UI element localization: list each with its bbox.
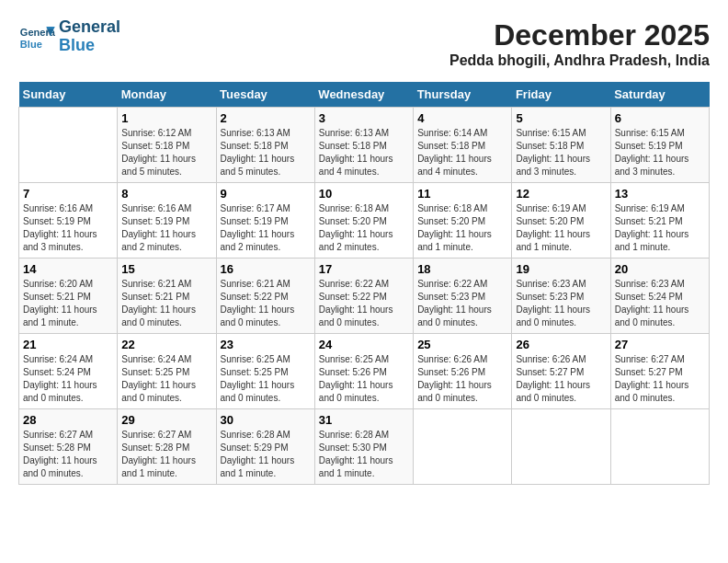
day-number: 20 <box>615 262 705 276</box>
day-number: 24 <box>319 338 409 351</box>
day-cell: 13Sunrise: 6:19 AM Sunset: 5:21 PM Dayli… <box>610 183 709 259</box>
week-row-5: 28Sunrise: 6:27 AM Sunset: 5:28 PM Dayli… <box>19 409 710 485</box>
day-number: 31 <box>319 413 409 427</box>
header-friday: Friday <box>512 82 610 108</box>
day-number: 17 <box>319 262 409 276</box>
day-cell: 30Sunrise: 6:28 AM Sunset: 5:29 PM Dayli… <box>216 409 314 485</box>
day-cell: 20Sunrise: 6:23 AM Sunset: 5:24 PM Dayli… <box>610 259 709 334</box>
day-detail: Sunrise: 6:20 AM Sunset: 5:21 PM Dayligh… <box>23 278 113 329</box>
day-cell: 19Sunrise: 6:23 AM Sunset: 5:23 PM Dayli… <box>512 259 610 334</box>
day-cell: 14Sunrise: 6:20 AM Sunset: 5:21 PM Dayli… <box>19 259 118 334</box>
logo: General Blue General Blue <box>18 18 120 55</box>
day-number: 29 <box>121 413 211 427</box>
day-detail: Sunrise: 6:18 AM Sunset: 5:20 PM Dayligh… <box>417 202 507 254</box>
day-cell: 21Sunrise: 6:24 AM Sunset: 5:24 PM Dayli… <box>19 334 118 409</box>
day-detail: Sunrise: 6:28 AM Sunset: 5:29 PM Dayligh… <box>221 429 311 480</box>
day-cell: 12Sunrise: 6:19 AM Sunset: 5:20 PM Dayli… <box>512 183 610 259</box>
day-cell <box>512 409 610 485</box>
day-detail: Sunrise: 6:19 AM Sunset: 5:20 PM Dayligh… <box>516 202 606 254</box>
day-detail: Sunrise: 6:27 AM Sunset: 5:28 PM Dayligh… <box>121 429 211 480</box>
day-number: 26 <box>516 338 606 351</box>
day-number: 27 <box>615 338 705 351</box>
location-title: Pedda bhogili, Andhra Pradesh, India <box>449 52 710 69</box>
header-wednesday: Wednesday <box>314 82 413 108</box>
logo-text: General Blue <box>59 18 120 55</box>
calendar-table: SundayMondayTuesdayWednesdayThursdayFrid… <box>18 82 710 485</box>
day-detail: Sunrise: 6:12 AM Sunset: 5:18 PM Dayligh… <box>121 127 211 178</box>
day-number: 21 <box>23 338 113 351</box>
week-row-1: 1Sunrise: 6:12 AM Sunset: 5:18 PM Daylig… <box>19 108 710 183</box>
week-row-2: 7Sunrise: 6:16 AM Sunset: 5:19 PM Daylig… <box>19 183 710 259</box>
day-number: 13 <box>615 187 705 201</box>
logo-line2: Blue <box>59 37 120 55</box>
day-detail: Sunrise: 6:16 AM Sunset: 5:19 PM Dayligh… <box>121 202 211 254</box>
day-detail: Sunrise: 6:22 AM Sunset: 5:22 PM Dayligh… <box>319 278 409 329</box>
day-detail: Sunrise: 6:23 AM Sunset: 5:24 PM Dayligh… <box>615 278 705 329</box>
day-number: 10 <box>319 187 409 201</box>
header-sunday: Sunday <box>19 82 118 108</box>
day-detail: Sunrise: 6:13 AM Sunset: 5:18 PM Dayligh… <box>221 127 311 178</box>
day-cell: 22Sunrise: 6:24 AM Sunset: 5:25 PM Dayli… <box>118 334 216 409</box>
day-cell: 25Sunrise: 6:26 AM Sunset: 5:26 PM Dayli… <box>414 334 512 409</box>
day-cell: 24Sunrise: 6:25 AM Sunset: 5:26 PM Dayli… <box>314 334 413 409</box>
day-cell: 3Sunrise: 6:13 AM Sunset: 5:18 PM Daylig… <box>314 108 413 183</box>
day-number: 25 <box>417 338 507 351</box>
day-cell <box>19 108 118 183</box>
week-row-4: 21Sunrise: 6:24 AM Sunset: 5:24 PM Dayli… <box>19 334 710 409</box>
day-detail: Sunrise: 6:23 AM Sunset: 5:23 PM Dayligh… <box>516 278 606 329</box>
day-detail: Sunrise: 6:25 AM Sunset: 5:26 PM Dayligh… <box>319 353 409 405</box>
day-detail: Sunrise: 6:24 AM Sunset: 5:24 PM Dayligh… <box>23 353 113 405</box>
day-number: 15 <box>121 262 211 276</box>
day-cell: 28Sunrise: 6:27 AM Sunset: 5:28 PM Dayli… <box>19 409 118 485</box>
day-detail: Sunrise: 6:15 AM Sunset: 5:18 PM Dayligh… <box>516 127 606 178</box>
day-detail: Sunrise: 6:27 AM Sunset: 5:27 PM Dayligh… <box>615 353 705 405</box>
day-cell: 7Sunrise: 6:16 AM Sunset: 5:19 PM Daylig… <box>19 183 118 259</box>
day-detail: Sunrise: 6:19 AM Sunset: 5:21 PM Dayligh… <box>615 202 705 254</box>
logo-line1: General <box>59 18 120 37</box>
day-number: 1 <box>121 111 211 125</box>
day-number: 19 <box>516 262 606 276</box>
day-cell: 8Sunrise: 6:16 AM Sunset: 5:19 PM Daylig… <box>118 183 216 259</box>
day-cell: 31Sunrise: 6:28 AM Sunset: 5:30 PM Dayli… <box>314 409 413 485</box>
day-number: 6 <box>615 111 705 125</box>
calendar-header-row: SundayMondayTuesdayWednesdayThursdayFrid… <box>19 82 710 108</box>
day-detail: Sunrise: 6:27 AM Sunset: 5:28 PM Dayligh… <box>23 429 113 480</box>
day-detail: Sunrise: 6:26 AM Sunset: 5:27 PM Dayligh… <box>516 353 606 405</box>
day-number: 2 <box>221 111 311 125</box>
day-detail: Sunrise: 6:14 AM Sunset: 5:18 PM Dayligh… <box>417 127 507 178</box>
day-detail: Sunrise: 6:21 AM Sunset: 5:22 PM Dayligh… <box>221 278 311 329</box>
day-number: 22 <box>121 338 211 351</box>
day-cell: 26Sunrise: 6:26 AM Sunset: 5:27 PM Dayli… <box>512 334 610 409</box>
day-number: 9 <box>221 187 311 201</box>
day-cell: 18Sunrise: 6:22 AM Sunset: 5:23 PM Dayli… <box>414 259 512 334</box>
header-saturday: Saturday <box>610 82 709 108</box>
day-cell: 11Sunrise: 6:18 AM Sunset: 5:20 PM Dayli… <box>414 183 512 259</box>
day-detail: Sunrise: 6:22 AM Sunset: 5:23 PM Dayligh… <box>417 278 507 329</box>
day-number: 30 <box>221 413 311 427</box>
day-number: 23 <box>221 338 311 351</box>
day-number: 14 <box>23 262 113 276</box>
day-detail: Sunrise: 6:24 AM Sunset: 5:25 PM Dayligh… <box>121 353 211 405</box>
day-cell: 29Sunrise: 6:27 AM Sunset: 5:28 PM Dayli… <box>118 409 216 485</box>
day-detail: Sunrise: 6:28 AM Sunset: 5:30 PM Dayligh… <box>319 429 409 480</box>
day-number: 3 <box>319 111 409 125</box>
day-cell: 10Sunrise: 6:18 AM Sunset: 5:20 PM Dayli… <box>314 183 413 259</box>
day-number: 4 <box>417 111 507 125</box>
day-number: 11 <box>417 187 507 201</box>
day-number: 16 <box>221 262 311 276</box>
day-number: 12 <box>516 187 606 201</box>
header-tuesday: Tuesday <box>216 82 314 108</box>
day-cell: 4Sunrise: 6:14 AM Sunset: 5:18 PM Daylig… <box>414 108 512 183</box>
logo-icon: General Blue <box>18 23 55 51</box>
week-row-3: 14Sunrise: 6:20 AM Sunset: 5:21 PM Dayli… <box>19 259 710 334</box>
day-detail: Sunrise: 6:26 AM Sunset: 5:26 PM Dayligh… <box>417 353 507 405</box>
day-cell: 6Sunrise: 6:15 AM Sunset: 5:19 PM Daylig… <box>610 108 709 183</box>
day-cell: 9Sunrise: 6:17 AM Sunset: 5:19 PM Daylig… <box>216 183 314 259</box>
day-cell: 2Sunrise: 6:13 AM Sunset: 5:18 PM Daylig… <box>216 108 314 183</box>
day-cell: 16Sunrise: 6:21 AM Sunset: 5:22 PM Dayli… <box>216 259 314 334</box>
day-cell <box>414 409 512 485</box>
day-detail: Sunrise: 6:25 AM Sunset: 5:25 PM Dayligh… <box>221 353 311 405</box>
header-monday: Monday <box>118 82 216 108</box>
day-cell: 27Sunrise: 6:27 AM Sunset: 5:27 PM Dayli… <box>610 334 709 409</box>
day-number: 28 <box>23 413 113 427</box>
